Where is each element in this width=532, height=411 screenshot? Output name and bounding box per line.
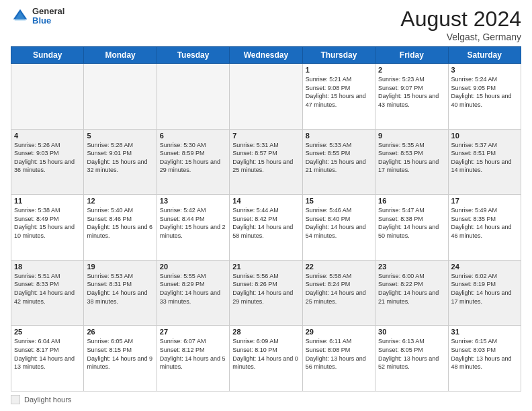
day-number: 1 xyxy=(306,66,372,74)
calendar-cell: 8Sunrise: 5:33 AM Sunset: 8:55 PM Daylig… xyxy=(302,129,375,195)
calendar-cell: 29Sunrise: 6:11 AM Sunset: 8:08 PM Dayli… xyxy=(302,326,375,392)
day-number: 2 xyxy=(378,66,445,74)
page: General Blue August 2024 Velgast, German… xyxy=(0,0,532,411)
day-number: 14 xyxy=(232,197,299,205)
day-number: 4 xyxy=(14,132,81,140)
day-number: 25 xyxy=(14,328,81,336)
logo-text: General Blue xyxy=(32,7,64,26)
calendar-cell: 4Sunrise: 5:26 AM Sunset: 9:03 PM Daylig… xyxy=(11,129,84,195)
calendar-day-header: Thursday xyxy=(302,47,375,64)
calendar-day-header: Wednesday xyxy=(230,47,302,64)
day-info: Sunrise: 5:26 AM Sunset: 9:03 PM Dayligh… xyxy=(14,141,81,175)
calendar-cell: 3Sunrise: 5:24 AM Sunset: 9:05 PM Daylig… xyxy=(448,64,521,130)
day-number: 5 xyxy=(87,132,153,140)
day-info: Sunrise: 5:40 AM Sunset: 8:46 PM Dayligh… xyxy=(87,206,153,240)
day-info: Sunrise: 5:35 AM Sunset: 8:53 PM Dayligh… xyxy=(378,141,445,175)
shaded-box xyxy=(11,395,20,404)
calendar-day-header: Saturday xyxy=(448,47,521,64)
day-info: Sunrise: 5:23 AM Sunset: 9:07 PM Dayligh… xyxy=(378,75,445,109)
day-info: Sunrise: 6:15 AM Sunset: 8:03 PM Dayligh… xyxy=(451,337,518,371)
calendar-week-row: 25Sunrise: 6:04 AM Sunset: 8:17 PM Dayli… xyxy=(11,326,521,392)
day-info: Sunrise: 6:09 AM Sunset: 8:10 PM Dayligh… xyxy=(232,337,299,371)
day-number: 9 xyxy=(378,132,445,140)
day-info: Sunrise: 6:13 AM Sunset: 8:05 PM Dayligh… xyxy=(378,337,445,371)
calendar-cell xyxy=(157,64,229,130)
logo-icon xyxy=(11,7,30,26)
day-info: Sunrise: 5:37 AM Sunset: 8:51 PM Dayligh… xyxy=(451,141,518,175)
calendar-cell: 21Sunrise: 5:56 AM Sunset: 8:26 PM Dayli… xyxy=(230,260,302,326)
logo-general: General xyxy=(32,7,64,16)
day-info: Sunrise: 5:56 AM Sunset: 8:26 PM Dayligh… xyxy=(232,272,299,306)
day-info: Sunrise: 5:47 AM Sunset: 8:38 PM Dayligh… xyxy=(378,206,445,240)
calendar-cell: 2Sunrise: 5:23 AM Sunset: 9:07 PM Daylig… xyxy=(375,64,448,130)
day-info: Sunrise: 5:46 AM Sunset: 8:40 PM Dayligh… xyxy=(306,206,372,240)
day-info: Sunrise: 5:58 AM Sunset: 8:24 PM Dayligh… xyxy=(306,272,372,306)
day-info: Sunrise: 5:55 AM Sunset: 8:29 PM Dayligh… xyxy=(160,272,226,306)
day-number: 24 xyxy=(451,263,518,271)
day-info: Sunrise: 5:24 AM Sunset: 9:05 PM Dayligh… xyxy=(451,75,518,109)
calendar-week-row: 4Sunrise: 5:26 AM Sunset: 9:03 PM Daylig… xyxy=(11,129,521,195)
logo: General Blue xyxy=(11,7,64,26)
day-number: 22 xyxy=(306,263,372,271)
day-info: Sunrise: 6:04 AM Sunset: 8:17 PM Dayligh… xyxy=(14,337,81,371)
day-info: Sunrise: 5:31 AM Sunset: 8:57 PM Dayligh… xyxy=(232,141,299,175)
calendar-cell: 10Sunrise: 5:37 AM Sunset: 8:51 PM Dayli… xyxy=(448,129,521,195)
day-info: Sunrise: 5:53 AM Sunset: 8:31 PM Dayligh… xyxy=(87,272,153,306)
day-number: 31 xyxy=(451,328,518,336)
calendar-day-header: Tuesday xyxy=(157,47,229,64)
calendar-cell xyxy=(230,64,302,130)
day-number: 15 xyxy=(306,197,372,205)
calendar-cell: 14Sunrise: 5:44 AM Sunset: 8:42 PM Dayli… xyxy=(230,195,302,261)
day-number: 10 xyxy=(451,132,518,140)
calendar-cell: 17Sunrise: 5:49 AM Sunset: 8:35 PM Dayli… xyxy=(448,195,521,261)
day-info: Sunrise: 5:51 AM Sunset: 8:33 PM Dayligh… xyxy=(14,272,81,306)
calendar-cell: 25Sunrise: 6:04 AM Sunset: 8:17 PM Dayli… xyxy=(11,326,84,392)
day-info: Sunrise: 5:21 AM Sunset: 9:08 PM Dayligh… xyxy=(306,75,372,109)
calendar-table: SundayMondayTuesdayWednesdayThursdayFrid… xyxy=(11,46,521,392)
day-number: 12 xyxy=(87,197,153,205)
calendar-cell: 20Sunrise: 5:55 AM Sunset: 8:29 PM Dayli… xyxy=(157,260,229,326)
day-info: Sunrise: 6:05 AM Sunset: 8:15 PM Dayligh… xyxy=(87,337,153,371)
day-info: Sunrise: 5:44 AM Sunset: 8:42 PM Dayligh… xyxy=(232,206,299,240)
calendar-week-row: 11Sunrise: 5:38 AM Sunset: 8:49 PM Dayli… xyxy=(11,195,521,261)
calendar-cell: 27Sunrise: 6:07 AM Sunset: 8:12 PM Dayli… xyxy=(157,326,229,392)
header: General Blue August 2024 Velgast, German… xyxy=(11,7,521,42)
title-month: August 2024 xyxy=(400,7,521,32)
day-number: 3 xyxy=(451,66,518,74)
day-number: 18 xyxy=(14,263,81,271)
calendar-cell: 15Sunrise: 5:46 AM Sunset: 8:40 PM Dayli… xyxy=(302,195,375,261)
calendar-day-header: Monday xyxy=(84,47,157,64)
day-info: Sunrise: 5:30 AM Sunset: 8:59 PM Dayligh… xyxy=(160,141,226,175)
day-number: 23 xyxy=(378,263,445,271)
calendar-cell: 31Sunrise: 6:15 AM Sunset: 8:03 PM Dayli… xyxy=(448,326,521,392)
day-number: 29 xyxy=(306,328,372,336)
day-info: Sunrise: 6:02 AM Sunset: 8:19 PM Dayligh… xyxy=(451,272,518,306)
calendar-cell: 18Sunrise: 5:51 AM Sunset: 8:33 PM Dayli… xyxy=(11,260,84,326)
calendar-cell: 19Sunrise: 5:53 AM Sunset: 8:31 PM Dayli… xyxy=(84,260,157,326)
calendar-cell xyxy=(11,64,84,130)
day-info: Sunrise: 5:38 AM Sunset: 8:49 PM Dayligh… xyxy=(14,206,81,240)
day-number: 19 xyxy=(87,263,153,271)
day-number: 26 xyxy=(87,328,153,336)
day-number: 8 xyxy=(306,132,372,140)
day-info: Sunrise: 5:28 AM Sunset: 9:01 PM Dayligh… xyxy=(87,141,153,175)
calendar-cell xyxy=(84,64,157,130)
calendar-cell: 11Sunrise: 5:38 AM Sunset: 8:49 PM Dayli… xyxy=(11,195,84,261)
day-info: Sunrise: 5:33 AM Sunset: 8:55 PM Dayligh… xyxy=(306,141,372,175)
title-location: Velgast, Germany xyxy=(400,32,521,42)
calendar-cell: 9Sunrise: 5:35 AM Sunset: 8:53 PM Daylig… xyxy=(375,129,448,195)
calendar-cell: 30Sunrise: 6:13 AM Sunset: 8:05 PM Dayli… xyxy=(375,326,448,392)
title-block: August 2024 Velgast, Germany xyxy=(400,7,521,42)
calendar-cell: 26Sunrise: 6:05 AM Sunset: 8:15 PM Dayli… xyxy=(84,326,157,392)
day-number: 21 xyxy=(232,263,299,271)
day-number: 17 xyxy=(451,197,518,205)
day-info: Sunrise: 6:11 AM Sunset: 8:08 PM Dayligh… xyxy=(306,337,372,371)
calendar-week-row: 1Sunrise: 5:21 AM Sunset: 9:08 PM Daylig… xyxy=(11,64,521,130)
calendar-cell: 28Sunrise: 6:09 AM Sunset: 8:10 PM Dayli… xyxy=(230,326,302,392)
calendar-cell: 13Sunrise: 5:42 AM Sunset: 8:44 PM Dayli… xyxy=(157,195,229,261)
day-number: 7 xyxy=(232,132,299,140)
day-number: 6 xyxy=(160,132,226,140)
day-info: Sunrise: 5:49 AM Sunset: 8:35 PM Dayligh… xyxy=(451,206,518,240)
calendar-day-header: Sunday xyxy=(11,47,84,64)
calendar-week-row: 18Sunrise: 5:51 AM Sunset: 8:33 PM Dayli… xyxy=(11,260,521,326)
